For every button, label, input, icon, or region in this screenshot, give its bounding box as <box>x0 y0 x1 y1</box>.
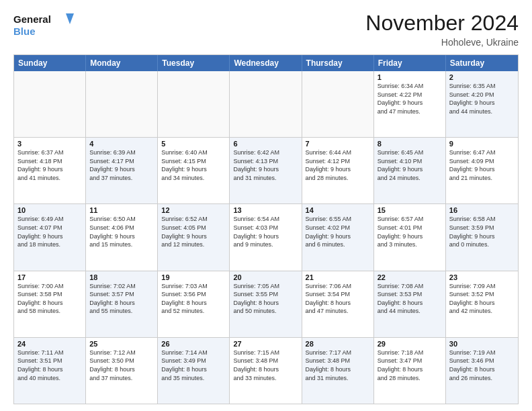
day-cell: 4Sunrise: 6:39 AM Sunset: 4:17 PM Daylig… <box>86 138 158 203</box>
day-headers: SundayMondayTuesdayWednesdayThursdayFrid… <box>14 55 518 71</box>
day-info: Sunrise: 6:37 AM Sunset: 4:18 PM Dayligh… <box>17 148 82 182</box>
day-cell: 18Sunrise: 7:02 AM Sunset: 3:57 PM Dayli… <box>86 271 158 337</box>
day-number: 20 <box>233 273 298 281</box>
day-info: Sunrise: 7:05 AM Sunset: 3:55 PM Dayligh… <box>233 282 298 316</box>
day-header: Monday <box>86 55 158 71</box>
day-number: 24 <box>17 340 82 348</box>
day-info: Sunrise: 6:58 AM Sunset: 3:59 PM Dayligh… <box>449 215 515 248</box>
day-number: 8 <box>378 140 442 148</box>
subtitle: Hoholeve, Ukraine <box>365 37 519 48</box>
day-header: Thursday <box>302 55 374 71</box>
day-header: Sunday <box>14 55 86 71</box>
day-number: 27 <box>233 340 298 348</box>
day-number: 26 <box>161 340 226 348</box>
day-cell: 1Sunrise: 6:34 AM Sunset: 4:22 PM Daylig… <box>374 71 446 137</box>
day-number: 23 <box>449 273 515 281</box>
day-info: Sunrise: 6:34 AM Sunset: 4:22 PM Dayligh… <box>378 82 442 116</box>
day-cell: 13Sunrise: 6:54 AM Sunset: 4:03 PM Dayli… <box>230 204 302 270</box>
day-header: Wednesday <box>230 55 302 71</box>
day-cell: 17Sunrise: 7:00 AM Sunset: 3:58 PM Dayli… <box>14 271 86 337</box>
day-number: 22 <box>378 273 442 281</box>
day-header: Saturday <box>446 55 518 71</box>
week-row: 3Sunrise: 6:37 AM Sunset: 4:18 PM Daylig… <box>14 137 518 203</box>
day-cell <box>14 71 86 137</box>
logo: General Blue <box>13 11 74 41</box>
day-info: Sunrise: 7:00 AM Sunset: 3:58 PM Dayligh… <box>17 282 82 316</box>
day-cell: 26Sunrise: 7:14 AM Sunset: 3:49 PM Dayli… <box>158 338 230 404</box>
day-cell: 22Sunrise: 7:08 AM Sunset: 3:53 PM Dayli… <box>374 271 446 337</box>
day-cell: 19Sunrise: 7:03 AM Sunset: 3:56 PM Dayli… <box>158 271 230 337</box>
day-cell: 11Sunrise: 6:50 AM Sunset: 4:06 PM Dayli… <box>86 204 158 270</box>
day-cell <box>86 71 158 137</box>
week-row: 10Sunrise: 6:49 AM Sunset: 4:07 PM Dayli… <box>14 203 518 270</box>
day-number: 3 <box>17 140 82 148</box>
day-cell: 6Sunrise: 6:42 AM Sunset: 4:13 PM Daylig… <box>230 138 302 203</box>
month-title: November 2024 <box>365 11 519 36</box>
day-header: Friday <box>374 55 446 71</box>
day-info: Sunrise: 6:39 AM Sunset: 4:17 PM Dayligh… <box>89 148 154 182</box>
day-info: Sunrise: 7:18 AM Sunset: 3:47 PM Dayligh… <box>378 349 442 382</box>
day-cell: 10Sunrise: 6:49 AM Sunset: 4:07 PM Dayli… <box>14 204 86 270</box>
day-cell: 20Sunrise: 7:05 AM Sunset: 3:55 PM Dayli… <box>230 271 302 337</box>
day-info: Sunrise: 7:19 AM Sunset: 3:46 PM Dayligh… <box>449 349 515 382</box>
title-block: November 2024 Hoholeve, Ukraine <box>365 11 519 48</box>
day-info: Sunrise: 7:09 AM Sunset: 3:52 PM Dayligh… <box>449 282 515 316</box>
day-info: Sunrise: 7:17 AM Sunset: 3:48 PM Dayligh… <box>306 349 370 382</box>
day-cell: 12Sunrise: 6:52 AM Sunset: 4:05 PM Dayli… <box>158 204 230 270</box>
day-info: Sunrise: 6:44 AM Sunset: 4:12 PM Dayligh… <box>306 148 370 182</box>
day-number: 10 <box>17 206 82 214</box>
day-header: Tuesday <box>158 55 230 71</box>
day-cell: 24Sunrise: 7:11 AM Sunset: 3:51 PM Dayli… <box>14 338 86 404</box>
day-number: 21 <box>306 273 370 281</box>
day-number: 7 <box>306 140 370 148</box>
logo-svg: General Blue <box>13 11 74 41</box>
day-info: Sunrise: 7:02 AM Sunset: 3:57 PM Dayligh… <box>89 282 154 316</box>
day-info: Sunrise: 6:49 AM Sunset: 4:07 PM Dayligh… <box>17 215 82 248</box>
day-cell: 30Sunrise: 7:19 AM Sunset: 3:46 PM Dayli… <box>446 338 518 404</box>
day-number: 17 <box>17 273 82 281</box>
day-info: Sunrise: 6:52 AM Sunset: 4:05 PM Dayligh… <box>161 215 226 248</box>
header: General Blue November 2024 Hoholeve, Ukr… <box>13 11 519 48</box>
day-info: Sunrise: 6:55 AM Sunset: 4:02 PM Dayligh… <box>306 215 370 248</box>
day-info: Sunrise: 6:35 AM Sunset: 4:20 PM Dayligh… <box>449 82 515 116</box>
svg-text:General: General <box>13 13 51 25</box>
svg-marker-2 <box>66 13 74 24</box>
day-number: 15 <box>378 206 442 214</box>
day-cell: 5Sunrise: 6:40 AM Sunset: 4:15 PM Daylig… <box>158 138 230 203</box>
day-info: Sunrise: 7:12 AM Sunset: 3:50 PM Dayligh… <box>89 349 154 382</box>
day-number: 29 <box>378 340 442 348</box>
day-info: Sunrise: 7:08 AM Sunset: 3:53 PM Dayligh… <box>378 282 442 316</box>
day-cell: 25Sunrise: 7:12 AM Sunset: 3:50 PM Dayli… <box>86 338 158 404</box>
day-info: Sunrise: 7:03 AM Sunset: 3:56 PM Dayligh… <box>161 282 226 316</box>
week-row: 1Sunrise: 6:34 AM Sunset: 4:22 PM Daylig… <box>14 71 518 137</box>
day-info: Sunrise: 7:06 AM Sunset: 3:54 PM Dayligh… <box>306 282 370 316</box>
day-cell: 7Sunrise: 6:44 AM Sunset: 4:12 PM Daylig… <box>302 138 374 203</box>
page: General Blue November 2024 Hoholeve, Ukr… <box>0 0 532 411</box>
day-info: Sunrise: 7:15 AM Sunset: 3:48 PM Dayligh… <box>233 349 298 382</box>
day-number: 28 <box>306 340 370 348</box>
day-info: Sunrise: 6:42 AM Sunset: 4:13 PM Dayligh… <box>233 148 298 182</box>
day-number: 1 <box>378 73 442 81</box>
day-cell <box>158 71 230 137</box>
day-number: 18 <box>89 273 154 281</box>
day-info: Sunrise: 6:57 AM Sunset: 4:01 PM Dayligh… <box>378 215 442 248</box>
day-cell <box>230 71 302 137</box>
day-number: 16 <box>449 206 515 214</box>
svg-text:Blue: Blue <box>13 26 36 37</box>
day-cell: 27Sunrise: 7:15 AM Sunset: 3:48 PM Dayli… <box>230 338 302 404</box>
day-info: Sunrise: 7:14 AM Sunset: 3:49 PM Dayligh… <box>161 349 226 382</box>
day-cell: 14Sunrise: 6:55 AM Sunset: 4:02 PM Dayli… <box>302 204 374 270</box>
day-cell: 16Sunrise: 6:58 AM Sunset: 3:59 PM Dayli… <box>446 204 518 270</box>
day-cell: 23Sunrise: 7:09 AM Sunset: 3:52 PM Dayli… <box>446 271 518 337</box>
day-cell: 21Sunrise: 7:06 AM Sunset: 3:54 PM Dayli… <box>302 271 374 337</box>
day-number: 19 <box>161 273 226 281</box>
day-cell: 8Sunrise: 6:45 AM Sunset: 4:10 PM Daylig… <box>374 138 446 203</box>
day-number: 9 <box>449 140 515 148</box>
day-cell <box>302 71 374 137</box>
day-info: Sunrise: 6:40 AM Sunset: 4:15 PM Dayligh… <box>161 148 226 182</box>
week-row: 17Sunrise: 7:00 AM Sunset: 3:58 PM Dayli… <box>14 271 518 337</box>
day-number: 25 <box>89 340 154 348</box>
day-info: Sunrise: 6:47 AM Sunset: 4:09 PM Dayligh… <box>449 148 515 182</box>
day-cell: 9Sunrise: 6:47 AM Sunset: 4:09 PM Daylig… <box>446 138 518 203</box>
weeks: 1Sunrise: 6:34 AM Sunset: 4:22 PM Daylig… <box>14 71 518 404</box>
